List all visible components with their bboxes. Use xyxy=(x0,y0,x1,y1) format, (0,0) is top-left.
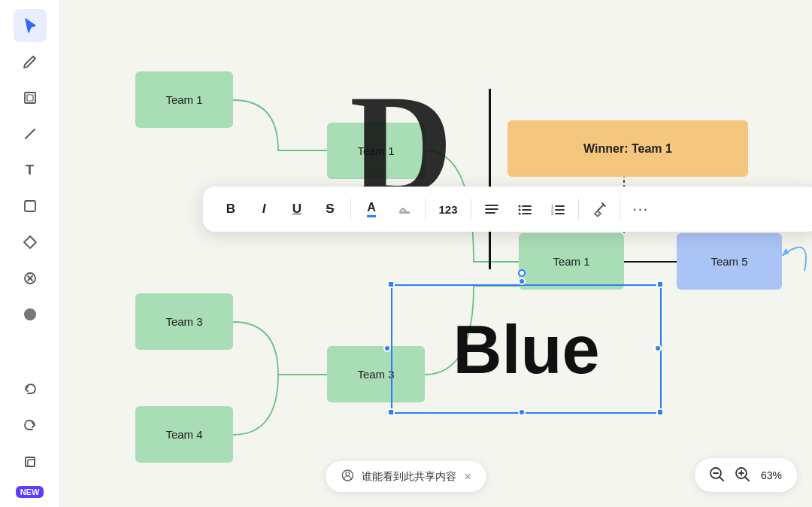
share-icon xyxy=(341,469,354,484)
tool-pencil[interactable] xyxy=(14,45,47,78)
zoom-controls: 63% xyxy=(695,458,797,492)
ordered-list-button[interactable]: 1. 2. 3. xyxy=(542,193,574,225)
blue-text-content: Blue xyxy=(453,311,599,389)
team5-box: Team 5 xyxy=(677,233,782,290)
sidebar: T xyxy=(0,0,60,507)
team3-left-label: Team 3 xyxy=(165,315,202,328)
svg-point-17 xyxy=(519,205,521,208)
tool-eraser[interactable] xyxy=(14,262,47,295)
svg-rect-8 xyxy=(26,457,35,466)
zoom-out-button[interactable] xyxy=(707,464,726,486)
handle-tr[interactable] xyxy=(656,281,664,288)
handle-bottom[interactable] xyxy=(518,408,526,416)
tool-circle[interactable] xyxy=(14,298,47,331)
svg-line-37 xyxy=(745,477,749,481)
underline-button[interactable]: U xyxy=(281,193,313,225)
svg-rect-1 xyxy=(27,95,33,101)
more-options-button[interactable]: ··· xyxy=(625,193,656,225)
team4-left-label: Team 4 xyxy=(165,428,202,441)
formatting-toolbar: B I U S A 123 xyxy=(203,187,812,232)
team1-left-label: Team 1 xyxy=(165,93,202,106)
canvas: D Team 1 Team 3 Team 4 Team 1 Team 3 Tea… xyxy=(60,0,812,507)
highlight-button[interactable] xyxy=(389,193,420,225)
svg-line-33 xyxy=(720,477,723,481)
team1-right-box: Team 1 xyxy=(519,233,624,290)
new-badge: NEW xyxy=(16,486,44,498)
font-color-button[interactable]: A xyxy=(356,193,387,225)
svg-rect-0 xyxy=(25,93,35,103)
rotate-handle[interactable] xyxy=(518,269,526,277)
team3-left-box: Team 3 xyxy=(135,293,233,350)
align-button[interactable] xyxy=(476,193,508,225)
handle-top[interactable] xyxy=(518,278,526,285)
toolbar-divider-5 xyxy=(620,199,620,220)
tool-redo[interactable] xyxy=(14,409,47,442)
bullet-list-button[interactable] xyxy=(509,193,541,225)
tool-diamond[interactable] xyxy=(14,226,47,259)
svg-point-18 xyxy=(519,209,521,211)
share-close-button[interactable]: × xyxy=(464,470,471,484)
toolbar-divider-4 xyxy=(578,199,579,220)
erase-format-button[interactable] xyxy=(583,193,615,225)
blue-text[interactable]: Blue xyxy=(391,286,662,414)
team4-left-box: Team 4 xyxy=(135,406,233,463)
handle-br[interactable] xyxy=(656,408,664,416)
svg-rect-13 xyxy=(399,211,410,214)
tool-layers[interactable] xyxy=(14,445,47,478)
tool-frame[interactable] xyxy=(14,190,47,223)
svg-point-7 xyxy=(24,308,36,320)
team1-left-box: Team 1 xyxy=(135,71,233,128)
font-size-display[interactable]: 123 xyxy=(430,193,466,225)
tool-line[interactable] xyxy=(14,117,47,150)
svg-rect-3 xyxy=(25,201,35,211)
share-text: 谁能看到此共享内容 xyxy=(362,470,456,484)
italic-button[interactable]: I xyxy=(248,193,280,225)
strikethrough-button[interactable]: S xyxy=(314,193,346,225)
svg-point-19 xyxy=(519,213,521,215)
handle-bl[interactable] xyxy=(387,408,395,416)
share-bar: 谁能看到此共享内容 × xyxy=(326,461,486,492)
svg-marker-11 xyxy=(782,248,789,256)
team3-mid-label: Team 3 xyxy=(357,368,394,381)
tool-shapes[interactable] xyxy=(14,81,47,114)
toolbar-divider-2 xyxy=(425,199,426,220)
toolbar-divider-3 xyxy=(471,199,471,220)
handle-left[interactable] xyxy=(383,345,391,352)
tool-text[interactable]: T xyxy=(14,153,47,187)
zoom-in-button[interactable] xyxy=(732,464,752,486)
bold-button[interactable]: B xyxy=(215,193,247,225)
team1-right-label: Team 1 xyxy=(553,255,589,268)
handle-tl[interactable] xyxy=(387,281,395,288)
winner-box: Winner: Team 1 xyxy=(508,120,748,177)
tool-select[interactable] xyxy=(14,9,47,42)
tool-undo[interactable] xyxy=(14,373,47,406)
handle-right[interactable] xyxy=(654,345,662,352)
svg-point-30 xyxy=(346,472,350,476)
svg-rect-9 xyxy=(28,460,35,466)
team5-label: Team 5 xyxy=(710,255,747,268)
winner-label: Winner: Team 1 xyxy=(583,142,672,156)
zoom-level-display: 63% xyxy=(758,469,785,481)
svg-text:3.: 3. xyxy=(551,211,554,215)
svg-line-2 xyxy=(26,129,35,138)
toolbar-divider-1 xyxy=(350,199,351,220)
